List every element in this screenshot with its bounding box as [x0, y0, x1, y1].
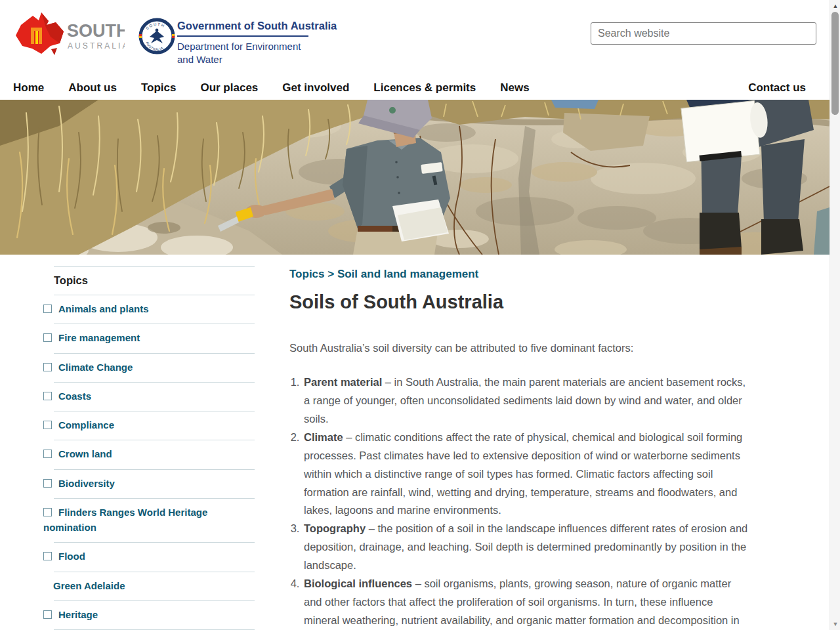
list-item-parent-material: Parent material – in South Australia, th… [303, 373, 749, 429]
topics-sidebar: Topics Animals and plants Fire managemen… [43, 266, 255, 630]
scroll-down-icon[interactable]: ▼ [830, 620, 840, 629]
square-bullet-icon [43, 610, 52, 619]
nav-item-news[interactable]: News [500, 81, 529, 94]
nav-item-home[interactable]: Home [13, 81, 44, 94]
nav-item-our-places[interactable]: Our places [200, 81, 258, 94]
brand-word-australia: AUSTRALIA [68, 41, 125, 51]
square-bullet-icon [43, 479, 52, 488]
breadcrumb[interactable]: Topics > Soil and land management [289, 268, 749, 281]
square-bullet-icon [43, 421, 52, 429]
square-bullet-icon [43, 552, 52, 560]
square-bullet-icon [43, 333, 52, 342]
main-content: Topics > Soil and land management Soils … [289, 268, 749, 630]
department-name: Department for Environment and Water [177, 37, 308, 67]
government-text-block: Government of South Australia Department… [177, 20, 308, 67]
sidebar-heading: Topics [43, 266, 255, 295]
square-bullet-icon [43, 450, 52, 458]
square-bullet-icon [43, 392, 52, 400]
clipboard [681, 100, 771, 163]
square-bullet-icon [43, 508, 52, 516]
south-australia-brand-logo[interactable]: SOUTH AUSTRALIA [12, 8, 125, 60]
list-item-topography: Topography – the position of a soil in t… [303, 520, 749, 575]
main-nav: Home About us Topics Our places Get invo… [0, 75, 830, 100]
sidebar-item-heritage[interactable]: Heritage [43, 600, 255, 629]
nav-item-topics[interactable]: Topics [141, 81, 177, 94]
scrollbar-thumb[interactable] [831, 12, 839, 115]
nav-item-contact-us[interactable]: Contact us [748, 81, 806, 94]
sidebar-item-coasts[interactable]: Coasts [43, 382, 255, 411]
brand-word-south: SOUTH [67, 21, 125, 41]
nav-item-get-involved[interactable]: Get involved [282, 81, 349, 94]
sidebar-item-biodiversity[interactable]: Biodiversity [43, 469, 255, 498]
sidebar-list: Animals and plants Fire management Clima… [43, 295, 255, 630]
soil-factors-list: Parent material – in South Australia, th… [289, 373, 749, 630]
square-bullet-icon [43, 363, 52, 371]
nav-item-about-us[interactable]: About us [68, 81, 117, 94]
square-bullet-icon [43, 304, 52, 313]
vertical-scrollbar[interactable]: ▲ ▼ [830, 0, 840, 630]
intro-paragraph: South Australia’s soil diversity can be … [289, 339, 749, 356]
australia-map-icon [16, 12, 64, 55]
sidebar-item-flinders-ranges[interactable]: Flinders Ranges World Heritage nominatio… [43, 498, 255, 543]
sidebar-item-green-adelaide[interactable]: Green Adelaide [43, 572, 255, 600]
search-input[interactable] [591, 22, 816, 45]
site-header: SOUTH AUSTRALIA SOUTH AUSTRALIA [0, 0, 830, 75]
government-title: Government of South Australia [177, 20, 308, 37]
sidebar-item-climate-change[interactable]: Climate Change [43, 353, 255, 382]
sidebar-item-flood[interactable]: Flood [43, 542, 255, 571]
page: SOUTH AUSTRALIA SOUTH AUSTRALIA [0, 0, 840, 630]
sidebar-item-crown-land[interactable]: Crown land [43, 440, 255, 469]
page-title: Soils of South Australia [289, 292, 749, 313]
list-item-biological-influences: Biological influences – soil organisms, … [303, 575, 749, 630]
scroll-up-icon[interactable]: ▲ [830, 1, 840, 10]
hero-image [0, 100, 830, 255]
sidebar-item-animals-and-plants[interactable]: Animals and plants [43, 295, 255, 324]
sidebar-item-compliance[interactable]: Compliance [43, 411, 255, 440]
government-crest-icon[interactable]: SOUTH AUSTRALIA [138, 18, 175, 54]
sidebar-item-fire-management[interactable]: Fire management [43, 324, 255, 352]
nav-item-licences-permits[interactable]: Licences & permits [373, 81, 476, 94]
list-item-climate: Climate – climatic conditions affect the… [303, 429, 749, 520]
